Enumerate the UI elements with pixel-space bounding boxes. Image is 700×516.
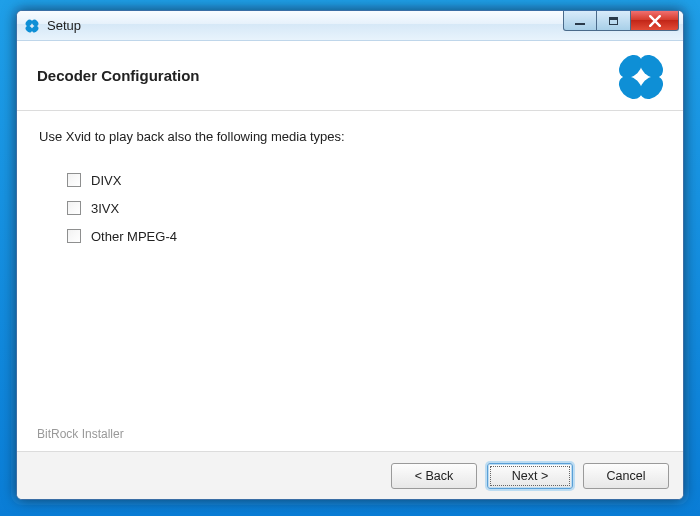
- footer: < Back Next > Cancel: [17, 451, 683, 499]
- page-title: Decoder Configuration: [37, 67, 200, 84]
- option-3ivx[interactable]: 3IVX: [67, 194, 661, 222]
- options-group: DIVX 3IVX Other MPEG-4: [39, 166, 661, 250]
- brand-logo-icon: [613, 49, 669, 105]
- minimize-button[interactable]: [563, 11, 597, 31]
- option-label: 3IVX: [91, 201, 119, 216]
- installer-branding: BitRock Installer: [37, 427, 124, 441]
- option-other-mpeg4[interactable]: Other MPEG-4: [67, 222, 661, 250]
- window-title: Setup: [47, 18, 81, 33]
- option-divx[interactable]: DIVX: [67, 166, 661, 194]
- app-icon: [23, 17, 41, 35]
- back-button[interactable]: < Back: [391, 463, 477, 489]
- checkbox-icon: [67, 229, 81, 243]
- close-icon: [649, 15, 661, 27]
- next-button[interactable]: Next >: [487, 463, 573, 489]
- option-label: DIVX: [91, 173, 121, 188]
- maximize-button[interactable]: [597, 11, 631, 31]
- content-area: Use Xvid to play back also the following…: [17, 111, 683, 451]
- instruction-text: Use Xvid to play back also the following…: [39, 129, 661, 144]
- setup-dialog: Setup Decoder Configuration: [16, 10, 684, 500]
- window-controls: [563, 11, 679, 31]
- option-label: Other MPEG-4: [91, 229, 177, 244]
- checkbox-icon: [67, 173, 81, 187]
- header: Decoder Configuration: [17, 41, 683, 111]
- maximize-icon: [609, 17, 618, 25]
- cancel-button[interactable]: Cancel: [583, 463, 669, 489]
- checkbox-icon: [67, 201, 81, 215]
- close-button[interactable]: [631, 11, 679, 31]
- minimize-icon: [575, 23, 585, 25]
- titlebar: Setup: [17, 11, 683, 41]
